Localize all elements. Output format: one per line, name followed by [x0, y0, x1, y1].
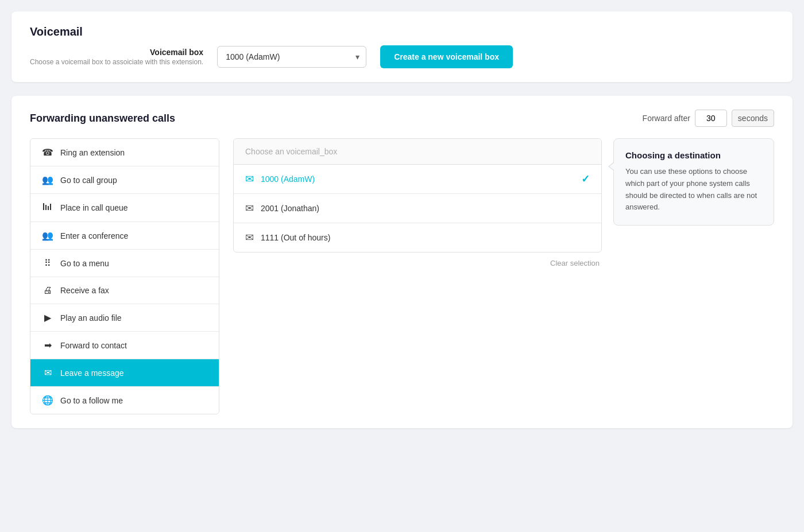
menu-item-follow-me[interactable]: 🌐 Go to a follow me [30, 387, 219, 414]
panel-placeholder: Choose an voicemail_box [234, 139, 601, 165]
menu-item-play-audio[interactable]: ▶ Play an audio file [30, 304, 219, 332]
menu-item-label-call-queue: Place in call queue [60, 203, 128, 212]
grid-icon: ⠿ [42, 258, 53, 269]
menu-item-label-leave-message: Leave a message [60, 368, 124, 378]
svg-rect-2 [48, 206, 49, 210]
voicemail-option-2001[interactable]: ✉ 2001 (Jonathan) [234, 194, 601, 223]
info-box-title: Choosing a destination [625, 150, 762, 160]
destination-panel: Choose an voicemail_box ✉ 1000 (AdamW) ✓ [233, 138, 602, 253]
phone-icon: ☎ [42, 147, 53, 158]
forward-after-group: Forward after seconds [643, 110, 774, 127]
mail-icon-2001: ✉ [245, 202, 254, 215]
menu-item-ring-extension[interactable]: ☎ Ring an extension [30, 139, 219, 166]
create-voicemail-button[interactable]: Create a new voicemail box [380, 45, 513, 68]
svg-rect-1 [45, 205, 47, 210]
queue-icon [42, 202, 53, 213]
voicemail-option-1111[interactable]: ✉ 1111 (Out of hours) [234, 223, 601, 252]
menu-item-label-forward-contact: Forward to contact [60, 341, 127, 350]
globe-icon: 🌐 [42, 395, 53, 406]
voicemail-box-select[interactable]: 1000 (AdamW) 2001 (Jonathan) 1111 (Out o… [217, 46, 366, 68]
fax-icon: 🖨 [42, 285, 53, 296]
menu-item-label-menu: Go to a menu [60, 259, 109, 268]
menu-item-call-group[interactable]: 👥 Go to call group [30, 166, 219, 194]
menu-item-label-play-audio: Play an audio file [60, 313, 122, 323]
voicemail-title: Voicemail [30, 25, 774, 38]
svg-rect-0 [43, 203, 44, 210]
info-box: Choosing a destination You can use these… [613, 138, 774, 226]
menu-item-conference[interactable]: 👥 Enter a conference [30, 222, 219, 250]
menu-item-label-ring-extension: Ring an extension [60, 148, 125, 157]
menu-item-menu[interactable]: ⠿ Go to a menu [30, 250, 219, 277]
forward-after-label: Forward after [643, 114, 690, 123]
menu-item-call-queue[interactable]: Place in call queue [30, 194, 219, 222]
menu-item-label-follow-me: Go to a follow me [60, 396, 123, 405]
forwarding-title: Forwarding unanswered calls [30, 112, 175, 125]
mail-icon-1111: ✉ [245, 231, 254, 244]
menu-item-leave-message[interactable]: ✉ Leave a message [30, 359, 219, 387]
clear-selection-link[interactable]: Clear selection [550, 259, 600, 267]
svg-rect-3 [50, 204, 51, 210]
mail-icon-1000: ✉ [245, 173, 254, 185]
seconds-label: seconds [732, 110, 774, 127]
group-icon: 👥 [42, 174, 53, 185]
menu-item-forward-contact[interactable]: ➡ Forward to contact [30, 332, 219, 359]
voicemail-box-sublabel: Choose a voicemail box to assoiciate wit… [30, 58, 203, 66]
forward-after-input[interactable] [695, 110, 727, 127]
menu-item-receive-fax[interactable]: 🖨 Receive a fax [30, 277, 219, 304]
message-icon: ✉ [42, 367, 53, 378]
forward-icon: ➡ [42, 340, 53, 351]
voicemail-section: Voicemail Voicemail box Choose a voicema… [11, 11, 793, 82]
forwarding-body: ☎ Ring an extension 👥 Go to call group [30, 138, 602, 414]
play-icon: ▶ [42, 312, 53, 323]
info-box-text: You can use these options to choose whic… [625, 166, 762, 213]
forwarding-section: Forwarding unanswered calls Forward afte… [11, 96, 793, 428]
voicemail-option-label-1111: 1111 (Out of hours) [261, 233, 330, 242]
voicemail-box-select-wrapper: 1000 (AdamW) 2001 (Jonathan) 1111 (Out o… [217, 46, 366, 68]
check-icon-1000: ✓ [581, 173, 590, 185]
voicemail-option-label-1000: 1000 (AdamW) [261, 174, 315, 184]
menu-item-label-call-group: Go to call group [60, 176, 117, 185]
destination-menu: ☎ Ring an extension 👥 Go to call group [30, 138, 219, 414]
voicemail-box-label: Voicemail box [30, 48, 203, 57]
menu-item-label-conference: Enter a conference [60, 231, 128, 240]
voicemail-option-label-2001: 2001 (Jonathan) [261, 204, 319, 213]
voicemail-option-1000[interactable]: ✉ 1000 (AdamW) ✓ [234, 165, 601, 194]
conference-icon: 👥 [42, 230, 53, 241]
menu-item-label-receive-fax: Receive a fax [60, 286, 109, 295]
